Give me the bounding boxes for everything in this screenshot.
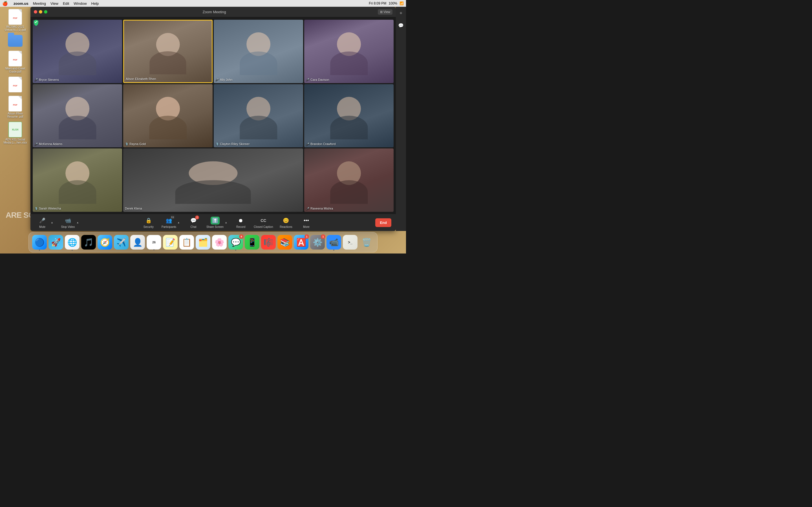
dock-safari[interactable]: 🧭 <box>98 235 112 249</box>
right-panel-add[interactable]: ＋ <box>397 9 405 17</box>
video-bg-raveena <box>304 149 394 212</box>
telegram-icon: ✈️ <box>116 238 126 247</box>
calendar-icon: 26 <box>152 240 156 244</box>
participant-label-sarah: 🎙️ Sarah Wietecha <box>35 207 61 210</box>
dock-finder[interactable]: 🔵 <box>32 235 47 249</box>
video-cell-brandon[interactable]: 🎤 Brandon Crawford <box>304 84 394 148</box>
security-button[interactable]: 🔒 Security <box>141 217 156 228</box>
dock-reminders[interactable]: 📋 <box>179 235 194 249</box>
video-cell-sarah[interactable]: 🎙️ Sarah Wietecha <box>33 149 122 212</box>
participant-label-mckenna: 🎤 McKenna Adams <box>35 142 62 146</box>
desktop-file-conference[interactable]: PDF WCSMO 2021 Virtual N...(1).pdf <box>2 9 28 32</box>
video-cell-mckenna[interactable]: 🎤 McKenna Adams <box>33 84 122 148</box>
participant-name-cara: Cara Davison <box>310 78 329 81</box>
reactions-button[interactable]: 😊 Reactions <box>278 217 293 228</box>
video-cell-ally[interactable]: 🎤 Ally John <box>214 20 303 83</box>
close-button[interactable] <box>34 10 37 13</box>
participant-name-alison: Alison Elizabeth Rhen <box>126 77 156 80</box>
video-cell-rayna[interactable]: 🎙️ Rayna Gold <box>123 84 213 148</box>
video-grid: 🎤 Bryce Stevens Alison Elizabeth Rhen <box>33 20 394 212</box>
dock-notes[interactable]: 📝 <box>163 235 177 249</box>
video-button[interactable]: 📹 Stop Video <box>61 217 75 228</box>
video-group: 📹 Stop Video ▲ <box>61 217 80 228</box>
video-cell-clayton[interactable]: 🎙️ Clayton Riley Skinner <box>214 84 303 148</box>
video-bg-alison <box>124 20 212 82</box>
video-cell-bryce[interactable]: 🎤 Bryce Stevens <box>33 20 122 83</box>
menu-window[interactable]: Window <box>73 1 87 6</box>
share-label: Share Screen <box>206 225 223 228</box>
end-button[interactable]: End <box>375 218 391 227</box>
appstore-badge: 1 <box>305 234 309 239</box>
share-chevron[interactable]: ▲ <box>224 220 228 225</box>
dock-photos[interactable]: 🌸 <box>212 235 227 249</box>
caption-button[interactable]: CC Closed Caption <box>254 217 273 228</box>
menu-help[interactable]: Help <box>91 1 99 6</box>
menu-edit[interactable]: Edit <box>63 1 69 6</box>
apple-menu[interactable]: 🍎 <box>2 1 8 6</box>
video-chevron[interactable]: ▲ <box>76 220 80 225</box>
mute-chevron[interactable]: ▲ <box>50 220 54 225</box>
record-button[interactable]: ⏺ Record <box>234 217 248 228</box>
toolbar-center: 🔒 Security 👥 11 Participants ▲ 💬 2 <box>141 217 314 228</box>
dock-trash[interactable]: 🗑️ <box>359 235 374 249</box>
conference-icon: PDF <box>8 9 22 25</box>
desktop-file-xlsx[interactable]: XLSX ADV 431 Social Media Li...hen.xlsx <box>2 122 28 144</box>
dock-messages[interactable]: 💬 9 <box>229 235 243 249</box>
video-cell-raveena[interactable]: 🎤 Raveena Mishra <box>304 149 394 212</box>
participant-label-raveena: 🎤 Raveena Mishra <box>306 207 333 210</box>
dock-appstore[interactable]: 🅰️ 1 <box>294 235 308 249</box>
dock-facetime[interactable]: 📱 <box>245 235 259 249</box>
desktop-folder[interactable] <box>2 35 28 47</box>
zoom-titlebar: Zoom Meeting ⊞ View <box>31 7 396 17</box>
right-panel-chat[interactable]: 💬 <box>397 21 405 29</box>
more-button[interactable]: ••• More <box>299 217 313 228</box>
dock-terminal[interactable]: >_ <box>343 235 357 249</box>
dock-chrome[interactable]: 🌐 <box>65 235 80 249</box>
dock-music[interactable]: 🎼 <box>261 235 276 249</box>
chat-button[interactable]: 💬 2 Chat <box>186 217 201 228</box>
menu-meeting[interactable]: Meeting <box>33 1 46 6</box>
dock-books[interactable]: 📚 <box>277 235 292 249</box>
video-bg-mckenna <box>33 84 122 148</box>
dock-prefs[interactable]: ⚙️ 1 <box>310 235 325 249</box>
view-button[interactable]: ⊞ View <box>378 9 393 15</box>
more-label: More <box>303 225 310 228</box>
appstore-icon: 🅰️ <box>296 238 306 247</box>
dock-zoom[interactable]: 📹 <box>326 235 341 249</box>
participant-label-bryce: 🎤 Bryce Stevens <box>35 78 59 81</box>
dock-spotify[interactable]: 🎵 <box>81 235 96 249</box>
mute-button[interactable]: 🎤 Mute <box>35 217 50 228</box>
dock-migration[interactable]: 🗂️ <box>196 235 210 249</box>
menu-view[interactable]: View <box>50 1 58 6</box>
dock-calendar[interactable]: 26 <box>147 235 161 249</box>
dock-contacts[interactable]: 👤 <box>130 235 145 249</box>
dock-telegram[interactable]: ✈️ <box>114 235 129 249</box>
video-bg-cara <box>304 20 394 83</box>
facetime-icon: 📱 <box>247 238 257 247</box>
migration-icon: 🗂️ <box>198 238 208 247</box>
app-name[interactable]: zoom.us <box>13 1 29 6</box>
share-screen-button[interactable]: ⬆️ Share Screen <box>206 217 223 228</box>
maximize-button[interactable] <box>44 10 47 13</box>
video-cell-alison[interactable]: Alison Elizabeth Rhen <box>123 20 213 83</box>
desktop-file-resume[interactable]: PDF Alison Rhen Resume .pdf <box>2 96 28 118</box>
minimize-button[interactable] <box>39 10 42 13</box>
video-bg-bryce <box>33 20 122 83</box>
reactions-icon: 😊 <box>282 217 290 224</box>
messages-dot <box>235 249 236 251</box>
messages-badge: 9 <box>239 234 244 239</box>
participants-button[interactable]: 👥 11 Participants <box>161 217 176 228</box>
launchpad-icon: 🚀 <box>51 238 61 247</box>
desktop-file-pdf[interactable]: PDF <box>2 76 28 93</box>
mic-icon-bryce: 🎤 <box>35 78 38 81</box>
folder-icon <box>8 35 22 47</box>
participants-chevron[interactable]: ▲ <box>177 220 181 225</box>
dock-launchpad[interactable]: 🚀 <box>49 235 63 249</box>
video-cell-cara[interactable]: 🎤 Cara Davison <box>304 20 394 83</box>
video-cell-derek[interactable]: Derek Klena <box>123 149 303 212</box>
mic-icon-brandon: 🎤 <box>306 143 309 146</box>
video-icon: 📹 <box>64 217 72 224</box>
desktop-file-meetgreet[interactable]: PDF Meet-and-Greet Guide.pdf <box>2 51 28 73</box>
participant-label-cara: 🎤 Cara Davison <box>306 78 329 81</box>
participant-label-rayna: 🎙️ Rayna Gold <box>125 142 146 146</box>
